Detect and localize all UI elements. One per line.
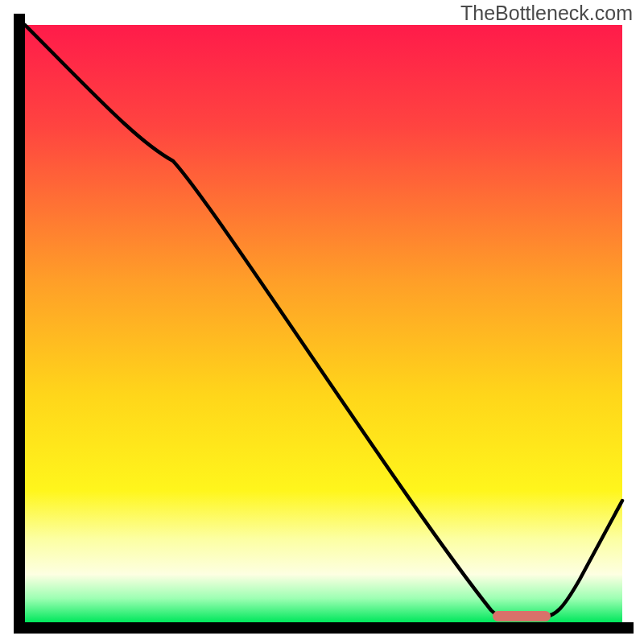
x-axis: [14, 622, 634, 634]
y-axis: [14, 14, 25, 634]
chart-svg: [0, 0, 644, 644]
marker-pill: [493, 611, 551, 621]
watermark-text: TheBottleneck.com: [460, 2, 633, 25]
plot-area: [14, 14, 634, 634]
chart-container: TheBottleneck.com: [0, 0, 644, 644]
